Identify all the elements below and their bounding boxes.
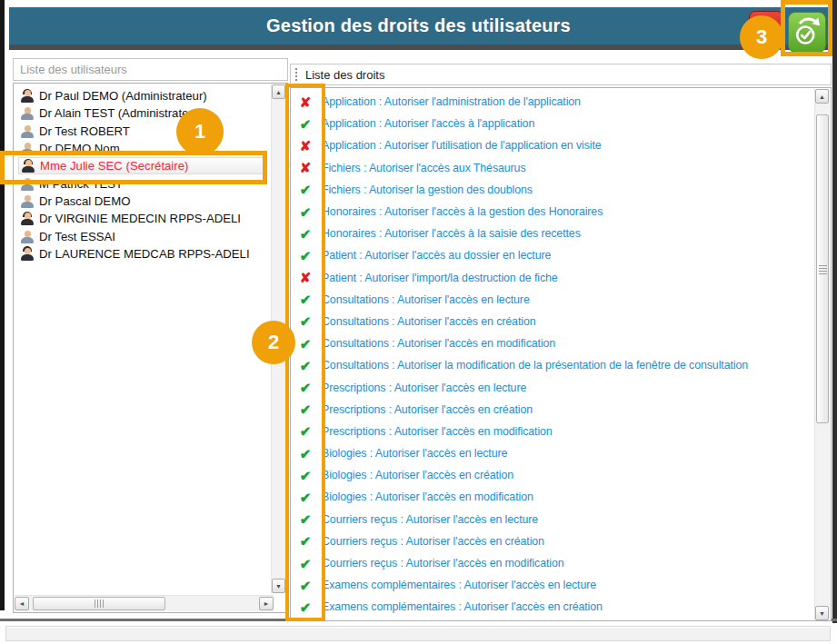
rights-list-box: ✘ Application : Autoriser l'administrati… bbox=[290, 87, 832, 621]
right-label: Prescriptions : Autoriser l'accès en mod… bbox=[322, 425, 553, 438]
window-frame: Gestion des droits des utilisateurs List… bbox=[0, 0, 837, 644]
right-label: Biologies : Autoriser l'accès en lecture bbox=[322, 447, 507, 460]
users-panel-header: Liste des utilisateurs bbox=[13, 58, 288, 81]
right-label: Fichiers : Autoriser la gestion des doub… bbox=[322, 183, 533, 196]
user-label: Dr Test ROBERT bbox=[39, 124, 130, 138]
right-row[interactable]: ✔ Consultations : Autoriser l'accès en m… bbox=[297, 332, 812, 354]
arrow-down-icon: ▼ bbox=[819, 610, 825, 617]
user-avatar-icon bbox=[20, 193, 35, 208]
scroll-right-button[interactable]: ► bbox=[259, 597, 274, 610]
right-label: Application : Autoriser l'administration… bbox=[322, 95, 581, 108]
scroll-up-button[interactable]: ▲ bbox=[815, 89, 829, 104]
users-hscrollbar[interactable]: ◄ ► bbox=[15, 595, 274, 611]
right-row[interactable]: ✔ Application : Autoriser l'accès à l'ap… bbox=[297, 113, 812, 134]
rights-list: ✘ Application : Autoriser l'administrati… bbox=[291, 88, 812, 620]
right-row[interactable]: ✘ Patient : Autoriser l'import/la destru… bbox=[297, 267, 812, 289]
right-label: Examens complémentaires : Autoriser l'ac… bbox=[322, 600, 603, 613]
right-row[interactable]: ✔ Prescriptions : Autoriser l'accès en l… bbox=[297, 376, 812, 398]
user-label: Dr VIRGINIE MEDECIN RPPS-ADELI bbox=[39, 212, 241, 225]
right-row[interactable]: ✔ Patient : Autoriser l'accès au dossier… bbox=[297, 244, 812, 266]
arrow-up-icon: ▲ bbox=[819, 94, 825, 100]
right-row[interactable]: ✔ Courriers reçus : Autoriser l'accès en… bbox=[297, 530, 812, 552]
right-label: Honoraires : Autoriser l'accès à la gest… bbox=[322, 205, 603, 218]
right-label: Application : Autoriser l'accès à l'appl… bbox=[322, 117, 534, 130]
user-label: Dr Pascal DEMO bbox=[39, 194, 130, 208]
right-row[interactable]: ✔ Prescriptions : Autoriser l'accès en c… bbox=[297, 399, 812, 421]
user-row[interactable]: Dr Alain TEST (Administrateur) bbox=[18, 104, 269, 122]
user-row[interactable]: Dr Pascal DEMO bbox=[18, 193, 269, 210]
annotation-number: 2 bbox=[268, 331, 279, 354]
thumb-grip-icon bbox=[95, 599, 105, 608]
annotation-circle-1: 1 bbox=[176, 108, 224, 155]
user-label: Dr Paul DEMO (Administrateur) bbox=[39, 89, 207, 103]
right-row[interactable]: ✔ Biologies : Autoriser l'accès en modif… bbox=[297, 486, 812, 508]
right-row[interactable]: ✔ Biologies : Autoriser l'accès en créat… bbox=[297, 464, 812, 486]
page-title: Gestion des droits des utilisateurs bbox=[266, 15, 571, 36]
user-avatar-icon bbox=[20, 229, 35, 243]
hscroll-thumb[interactable] bbox=[33, 597, 165, 610]
right-row[interactable]: ✘ Application : Autoriser l'utilisation … bbox=[297, 134, 812, 156]
right-row[interactable]: ✘ Application : Autoriser l'administrati… bbox=[297, 91, 812, 113]
right-label: Application : Autoriser l'utilisation de… bbox=[322, 139, 602, 152]
user-label: Dr Alain TEST (Administrateur) bbox=[39, 106, 204, 120]
right-row[interactable]: ✔ Honoraires : Autoriser l'accès à la sa… bbox=[297, 223, 812, 244]
right-row[interactable]: ✔ Courriers reçus : Autoriser l'accès en… bbox=[297, 509, 812, 530]
right-row[interactable]: ✔ Prescriptions : Autoriser l'accès en m… bbox=[297, 421, 812, 442]
right-row[interactable]: ✔ Courriers reçus : Autoriser l'accès en… bbox=[297, 552, 812, 574]
user-label: Dr LAURENCE MEDCAB RPPS-ADELI bbox=[39, 247, 250, 261]
annotation-number: 3 bbox=[756, 25, 767, 49]
user-avatar-icon bbox=[20, 124, 35, 138]
user-row[interactable]: Dr LAURENCE MEDCAB RPPS-ADELI bbox=[18, 245, 269, 263]
right-label: Prescriptions : Autoriser l'accès en lec… bbox=[322, 381, 526, 394]
user-avatar-icon bbox=[20, 212, 35, 226]
arrow-left-icon: ◄ bbox=[19, 600, 25, 607]
user-avatar-icon bbox=[20, 89, 35, 104]
right-label: Courriers reçus : Autoriser l'accès en m… bbox=[322, 557, 564, 570]
user-row[interactable]: Dr VIRGINIE MEDECIN RPPS-ADELI bbox=[18, 210, 269, 227]
users-panel-title: Liste des utilisateurs bbox=[20, 63, 127, 76]
thumb-grip-icon bbox=[819, 264, 827, 274]
right-row[interactable]: ✔ Fichiers : Autoriser la gestion des do… bbox=[297, 179, 812, 201]
window-edge-right bbox=[832, 0, 837, 623]
user-row[interactable]: Dr Test ESSAI bbox=[18, 227, 269, 244]
scroll-down-button[interactable]: ▼ bbox=[272, 579, 285, 593]
right-label: Consultations : Autoriser l'accès en lec… bbox=[322, 293, 530, 306]
rights-panel-title: Liste des droits bbox=[305, 68, 384, 82]
right-label: Consultations : Autoriser l'accès en mod… bbox=[322, 337, 555, 350]
right-label: Consultations : Autoriser la modificatio… bbox=[322, 359, 748, 372]
right-label: Patient : Autoriser l'accès au dossier e… bbox=[322, 249, 551, 262]
user-avatar-icon bbox=[20, 246, 35, 261]
scroll-down-button[interactable]: ▼ bbox=[815, 606, 829, 620]
right-row[interactable]: ✔ Consultations : Autoriser la modificat… bbox=[297, 354, 812, 376]
status-bar bbox=[5, 626, 831, 641]
right-row[interactable]: ✔ Consultations : Autoriser l'accès en l… bbox=[297, 289, 812, 311]
vscroll-thumb[interactable] bbox=[816, 114, 829, 423]
right-label: Biologies : Autoriser l'accès en créatio… bbox=[322, 469, 513, 481]
right-label: Honoraires : Autoriser l'accès à la sais… bbox=[322, 227, 581, 240]
arrow-down-icon: ▼ bbox=[275, 583, 282, 590]
scroll-up-button[interactable]: ▲ bbox=[272, 84, 285, 99]
right-label: Biologies : Autoriser l'accès en modific… bbox=[322, 490, 533, 503]
right-row[interactable]: ✔ Examens complémentaires : Autoriser l'… bbox=[297, 574, 812, 596]
right-row[interactable]: ✔ Honoraires : Autoriser l'accès à la ge… bbox=[297, 201, 812, 223]
right-row[interactable]: ✔ Examens complémentaires : Autoriser l'… bbox=[297, 596, 812, 618]
annotation-circle-3: 3 bbox=[740, 15, 783, 59]
scroll-left-button[interactable]: ◄ bbox=[15, 597, 29, 610]
right-label: Prescriptions : Autoriser l'accès en cré… bbox=[322, 403, 533, 416]
annotation-box-selected-user bbox=[0, 151, 267, 184]
right-label: Patient : Autoriser l'import/la destruct… bbox=[322, 272, 558, 284]
right-label: Courriers reçus : Autoriser l'accès en l… bbox=[322, 513, 538, 526]
title-bar: Gestion des droits des utilisateurs bbox=[9, 7, 828, 50]
arrow-up-icon: ▲ bbox=[275, 89, 282, 95]
user-avatar-icon bbox=[20, 106, 35, 121]
right-row[interactable]: ✘ Fichiers : Autoriser l'accès aux Thésa… bbox=[297, 157, 812, 179]
rights-panel-header: Liste des droits bbox=[290, 64, 832, 85]
annotation-circle-2: 2 bbox=[252, 321, 295, 364]
right-row[interactable]: ✔ Biologies : Autoriser l'accès en lectu… bbox=[297, 442, 812, 464]
user-row[interactable]: Dr Paul DEMO (Administrateur) bbox=[18, 87, 269, 104]
right-row[interactable]: ✔ Consultations : Autoriser l'accès en c… bbox=[297, 311, 812, 332]
right-label: Examens complémentaires : Autoriser l'ac… bbox=[322, 579, 596, 591]
arrow-right-icon: ► bbox=[264, 600, 270, 607]
rights-vscrollbar[interactable]: ▲ ▼ bbox=[814, 89, 830, 620]
user-row[interactable]: Dr Test ROBERT bbox=[18, 123, 269, 140]
